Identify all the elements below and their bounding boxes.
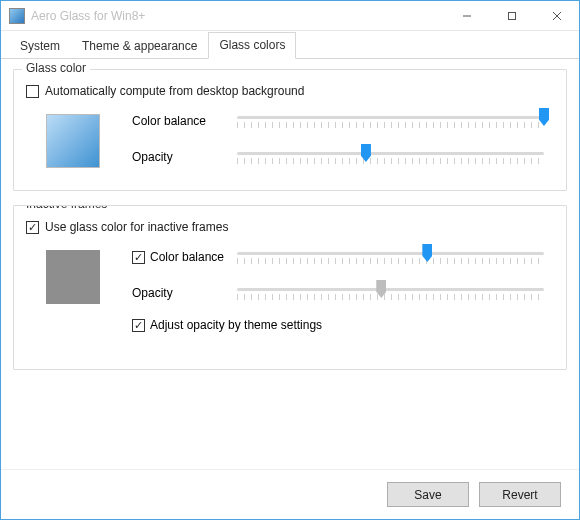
slider-ticks [237, 158, 544, 164]
glass-opacity-slider[interactable] [237, 146, 544, 168]
tab-theme[interactable]: Theme & appearance [71, 33, 208, 59]
tab-glass-colors[interactable]: Glass colors [208, 32, 296, 59]
window-title: Aero Glass for Win8+ [31, 9, 444, 23]
inactive-sliders: Color balance Opacity [132, 246, 554, 346]
inactive-color-balance-checkbox[interactable] [132, 251, 145, 264]
save-button[interactable]: Save [387, 482, 469, 507]
slider-track [237, 288, 544, 291]
glass-opacity-label: Opacity [132, 150, 237, 164]
group-inactive-frames: Inactive frames Use glass color for inac… [13, 205, 567, 370]
auto-compute-label: Automatically compute from desktop backg… [45, 84, 304, 98]
slider-track [237, 116, 544, 119]
inactive-opacity-row: Opacity [132, 282, 544, 304]
group-inactive-legend: Inactive frames [22, 205, 111, 211]
tab-system[interactable]: System [9, 33, 71, 59]
inactive-color-balance-label: Color balance [132, 250, 237, 264]
inactive-color-swatch[interactable] [46, 250, 100, 304]
use-glass-checkbox[interactable] [26, 221, 39, 234]
revert-button[interactable]: Revert [479, 482, 561, 507]
footer: Save Revert [1, 469, 579, 519]
group-glass-color: Glass color Automatically compute from d… [13, 69, 567, 191]
group-glass-color-legend: Glass color [22, 61, 90, 75]
adjust-opacity-row: Adjust opacity by theme settings [132, 318, 544, 332]
use-glass-label: Use glass color for inactive frames [45, 220, 228, 234]
use-glass-row: Use glass color for inactive frames [26, 220, 554, 234]
app-icon [9, 8, 25, 24]
inactive-preview-row: Color balance Opacity [26, 246, 554, 346]
tab-content: Glass color Automatically compute from d… [1, 59, 579, 469]
auto-compute-checkbox[interactable] [26, 85, 39, 98]
minimize-icon [462, 11, 472, 21]
glass-opacity-row: Opacity [132, 146, 544, 168]
close-button[interactable] [534, 1, 579, 30]
slider-track [237, 252, 544, 255]
inactive-color-balance-row: Color balance [132, 246, 544, 268]
glass-preview-row: Color balance Opacity [26, 110, 554, 182]
inactive-color-balance-label-text: Color balance [150, 250, 224, 264]
app-window: Aero Glass for Win8+ System Theme & appe… [0, 0, 580, 520]
glass-color-balance-slider[interactable] [237, 110, 544, 132]
slider-ticks [237, 294, 544, 300]
slider-ticks [237, 122, 544, 128]
tab-bar: System Theme & appearance Glass colors [1, 31, 579, 59]
adjust-opacity-checkbox[interactable] [132, 319, 145, 332]
adjust-opacity-label-wrap: Adjust opacity by theme settings [132, 318, 322, 332]
svg-rect-1 [508, 12, 515, 19]
close-icon [552, 11, 562, 21]
adjust-opacity-label: Adjust opacity by theme settings [150, 318, 322, 332]
glass-color-balance-row: Color balance [132, 110, 544, 132]
glass-color-balance-label: Color balance [132, 114, 237, 128]
inactive-opacity-label: Opacity [132, 286, 237, 300]
inactive-color-balance-slider[interactable] [237, 246, 544, 268]
minimize-button[interactable] [444, 1, 489, 30]
maximize-icon [507, 11, 517, 21]
slider-track [237, 152, 544, 155]
inactive-opacity-slider[interactable] [237, 282, 544, 304]
window-controls [444, 1, 579, 30]
titlebar: Aero Glass for Win8+ [1, 1, 579, 31]
glass-color-swatch[interactable] [46, 114, 100, 168]
maximize-button[interactable] [489, 1, 534, 30]
slider-ticks [237, 258, 544, 264]
glass-sliders: Color balance Opacity [132, 110, 554, 182]
auto-compute-row: Automatically compute from desktop backg… [26, 84, 554, 98]
